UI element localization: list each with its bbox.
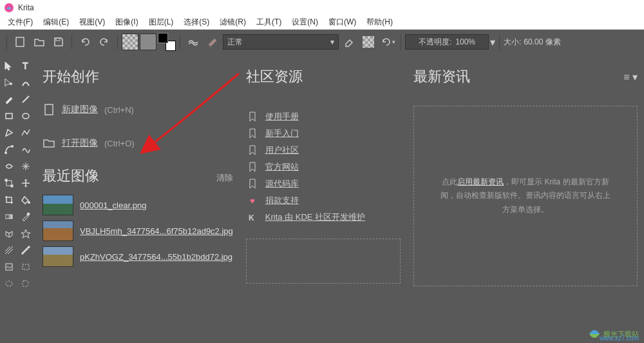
recent-title: 最近图像	[43, 166, 99, 186]
opacity-label: 不透明度:	[419, 37, 451, 48]
svg-point-13	[28, 202, 30, 204]
ellipse-tool[interactable]	[18, 108, 33, 124]
community-link-website[interactable]: 官方网站	[246, 159, 401, 175]
menu-settings[interactable]: 设置(N)	[287, 15, 323, 29]
gradient-tool[interactable]	[1, 209, 17, 224]
svg-rect-11	[5, 179, 7, 181]
smart-fill-tool[interactable]	[18, 226, 33, 241]
transform-tool[interactable]	[1, 175, 17, 191]
open-file-button[interactable]	[30, 33, 48, 51]
ellipse-select-tool[interactable]	[1, 276, 17, 291]
alpha-lock-button[interactable]	[359, 33, 377, 51]
chevron-down-icon: ▾	[330, 37, 334, 46]
dynamic-brush-tool[interactable]	[1, 159, 17, 174]
news-title: 最新资讯	[413, 67, 470, 86]
bookmark-icon	[246, 161, 259, 173]
blend-mode-value: 正常	[227, 37, 243, 48]
svg-point-8	[5, 152, 7, 154]
watermark: 极光下载站 www.xz7.com	[588, 328, 639, 340]
brush-preset-icon[interactable]	[204, 33, 222, 51]
crop-tool[interactable]	[1, 192, 17, 208]
freehand-select-tool[interactable]	[18, 276, 33, 291]
svg-line-5	[23, 96, 29, 103]
rectangle-tool[interactable]	[1, 108, 17, 124]
pattern-tool[interactable]	[1, 226, 17, 241]
community-link-donate[interactable]: ♥捐款支持	[246, 192, 401, 209]
color-picker-tool[interactable]	[18, 209, 33, 224]
toolbar-separator	[180, 34, 180, 50]
clear-recent-link[interactable]: 清除	[216, 172, 233, 184]
menu-image[interactable]: 图像(I)	[110, 15, 143, 29]
toolbar-separator	[401, 34, 401, 50]
workspace: T 开始创作	[0, 54, 644, 343]
drop-area[interactable]	[246, 239, 401, 284]
svg-rect-14	[6, 215, 12, 219]
menu-layer[interactable]: 图层(L)	[144, 15, 179, 29]
opacity-field[interactable]: 不透明度: 100%	[405, 34, 489, 50]
svg-rect-6	[6, 113, 12, 119]
undo-button[interactable]	[76, 33, 94, 51]
fill-tool[interactable]	[18, 192, 33, 208]
freehand-path-tool[interactable]	[18, 142, 33, 157]
new-file-button[interactable]	[11, 33, 29, 51]
recent-item[interactable]: VBJLH5mh_3477564...6f75b12ad9c2.jpg	[43, 218, 233, 244]
menu-tools[interactable]: 工具(T)	[251, 15, 287, 29]
redo-button[interactable]	[95, 33, 113, 51]
community-link-source[interactable]: 源代码库	[246, 175, 401, 192]
svg-point-18	[6, 281, 12, 286]
reload-preset-button[interactable]: ▾	[379, 33, 397, 51]
menu-view[interactable]: 视图(V)	[74, 15, 110, 29]
rect-select-tool[interactable]	[18, 259, 33, 275]
eraser-button[interactable]	[340, 33, 358, 51]
new-image-shortcut: (Ctrl+N)	[104, 105, 134, 115]
measure-tool[interactable]	[18, 242, 33, 258]
toolbar: 正常 ▾ ▾ 不透明度: 100% ▾ 大小: 60.00 像素	[0, 30, 644, 54]
text-tool[interactable]: T	[18, 58, 33, 74]
menu-filter[interactable]: 滤镜(R)	[214, 15, 251, 29]
menu-edit[interactable]: 编辑(E)	[38, 15, 74, 29]
move-tool[interactable]	[1, 58, 17, 74]
open-image-link[interactable]: 打开图像 (Ctrl+O)	[43, 133, 233, 153]
thumbnail-icon	[43, 220, 73, 241]
recent-item[interactable]: pKZhVOGZ_3477564...55b1b2bdd72.jpg	[43, 244, 233, 270]
brush-settings-icon[interactable]	[184, 33, 202, 51]
brush-tool[interactable]	[1, 92, 17, 107]
bezier-tool[interactable]	[1, 142, 17, 157]
polyline-tool[interactable]	[18, 125, 33, 141]
community-link-kde[interactable]: KKrita 由 KDE 社区开发维护	[246, 209, 401, 226]
menu-select[interactable]: 选择(S)	[178, 15, 214, 29]
recent-item[interactable]: 000001_clear.png	[43, 192, 233, 218]
gradient-swatch[interactable]	[140, 34, 156, 50]
opacity-dropdown-icon[interactable]: ▾	[490, 36, 495, 48]
assistant-tool[interactable]	[1, 242, 17, 258]
brush-size-field[interactable]: 大小: 60.00 像素	[504, 37, 561, 48]
polygon-tool[interactable]	[1, 125, 17, 141]
fg-bg-swatch[interactable]	[158, 33, 176, 51]
watermark-url: www.xz7.com	[600, 335, 639, 342]
line-tool[interactable]	[18, 92, 33, 107]
enable-news-link[interactable]: 启用最新资讯	[457, 177, 504, 186]
community-link-forum[interactable]: 用户社区	[246, 142, 401, 159]
menubar: 文件(F) 编辑(E) 视图(V) 图像(I) 图层(L) 选择(S) 滤镜(R…	[0, 15, 644, 30]
calligraphy-tool[interactable]	[18, 75, 33, 90]
bookmark-icon	[246, 127, 259, 140]
new-image-link[interactable]: 新建图像 (Ctrl+N)	[43, 99, 233, 120]
community-link-manual[interactable]: 使用手册	[246, 108, 401, 125]
menu-window[interactable]: 窗口(W)	[323, 15, 361, 29]
news-text: 点此启用最新资讯，即可显示 Krita 的最新官方新 闻，自动检查新版软件。资讯…	[440, 175, 611, 217]
blend-mode-select[interactable]: 正常 ▾	[223, 34, 339, 50]
edit-shapes-tool[interactable]	[1, 75, 17, 90]
pattern-swatch[interactable]	[122, 34, 138, 50]
svg-text:K: K	[249, 213, 254, 222]
save-button[interactable]	[50, 33, 68, 51]
reference-tool[interactable]	[1, 259, 17, 275]
multibrush-tool[interactable]	[18, 159, 33, 174]
move-layer-tool[interactable]	[18, 175, 33, 191]
titlebar: Krita	[0, 0, 644, 15]
menu-file[interactable]: 文件(F)	[3, 15, 38, 29]
community-link-tutorial[interactable]: 新手入门	[246, 125, 401, 142]
menu-help[interactable]: 帮助(H)	[361, 15, 398, 29]
toolbar-separator	[6, 34, 7, 50]
news-menu-icon[interactable]: ≡ ▾	[623, 71, 638, 83]
open-image-shortcut: (Ctrl+O)	[104, 139, 135, 148]
